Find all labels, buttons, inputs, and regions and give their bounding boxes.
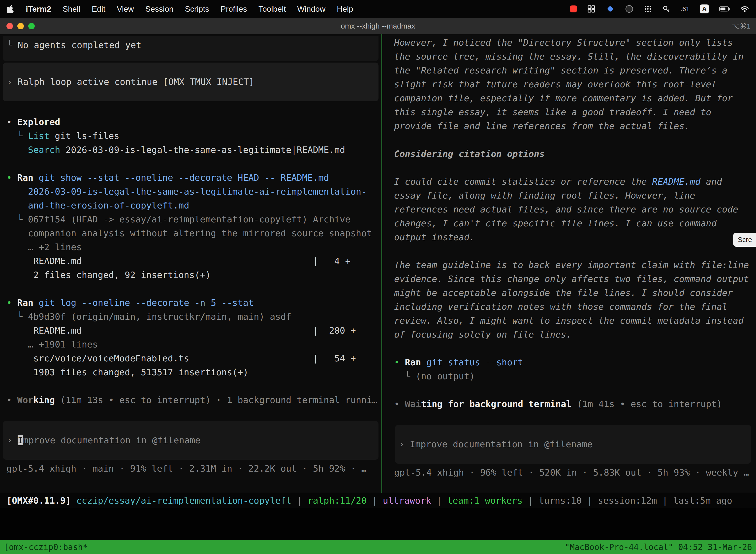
terminal-line: companion file, especially if more comme… <box>394 91 753 105</box>
terminal-line: However, I noticed the "Directory Struct… <box>394 36 753 50</box>
pane-left[interactable]: └ No agents completed yet› Ralph loop ac… <box>0 34 381 493</box>
window-title-bar[interactable]: omx --xhigh --madmax ⌥⌘1 <box>0 18 756 35</box>
terminal-line: I could cite commit statistics or refere… <box>394 175 753 189</box>
terminal-line: slight risk that future readers may over… <box>394 77 753 91</box>
window-shortcut-badge: ⌥⌘1 <box>732 22 756 30</box>
terminal-line: gpt-5.4 xhigh · main · 91% left · 2.31M … <box>6 462 380 476</box>
terminal-line <box>394 341 753 355</box>
terminal-line: essay file, along with finding root file… <box>394 189 753 203</box>
terminal-line: might be acceptable alongside the file l… <box>394 286 753 300</box>
menu-item-edit[interactable]: Edit <box>92 4 106 14</box>
terminal-line: Considering citation options <box>394 147 753 161</box>
terminal-line <box>394 133 753 147</box>
prompt-input[interactable]: › Improve documentation in @filename <box>3 421 378 460</box>
terminal-line: changes, I can't cite specific file line… <box>394 216 753 230</box>
dark-app-icon[interactable] <box>625 5 633 13</box>
omx-status-bar: [OMX#0.11.9] cczip/essay/ai-reimplementa… <box>0 493 756 508</box>
battery-icon[interactable] <box>719 6 730 12</box>
screen-recording-stop-icon[interactable] <box>570 5 577 12</box>
tmux-host-clock: "MacBook-Pro-44.local" 04:52 31-Mar-26 <box>565 542 752 552</box>
menu-item-shell[interactable]: Shell <box>63 4 80 14</box>
prompt-input[interactable]: › Improve documentation in @filename <box>395 425 751 464</box>
terminal: └ No agents completed yet› Ralph loop ac… <box>0 34 756 493</box>
terminal-line: including verification notes with those … <box>394 300 753 314</box>
terminal-block: gpt-5.4 xhigh · main · 91% left · 2.31M … <box>0 460 381 476</box>
terminal-block: gpt-5.4 xhigh · 96% left · 520K in · 5.8… <box>394 464 754 480</box>
terminal-line: 2026-03-09-is-legal-the-same-as-legitima… <box>6 185 380 199</box>
terminal-line: • Explored <box>6 115 380 129</box>
tmux-session-window: [omx-cczip0:bash* <box>4 542 88 552</box>
close-button[interactable] <box>6 23 13 29</box>
terminal-line: of focusing solely on file lines. <box>394 328 753 341</box>
menu-item-view[interactable]: View <box>117 4 134 14</box>
apple-menu-icon[interactable] <box>7 5 14 13</box>
pane-right[interactable]: However, I noticed the "Directory Struct… <box>382 34 756 493</box>
minimize-button[interactable] <box>17 23 24 29</box>
menu-item-scripts[interactable]: Scripts <box>185 4 209 14</box>
menu-item-window[interactable]: Window <box>297 4 325 14</box>
terminal-line: review. Also, I might want to inspect th… <box>394 314 753 328</box>
window-title: omx --xhigh --madmax <box>0 22 756 30</box>
terminal-line: └ 067f154 (HEAD -> essay/ai-reimplementa… <box>6 213 380 226</box>
grid-app-icon[interactable] <box>587 5 595 13</box>
terminal-line: the source tree, missing the essay. Stil… <box>394 50 753 63</box>
terminal-line: the "Related research writing" section i… <box>394 63 753 77</box>
battery-percentage[interactable]: .61 <box>681 5 690 13</box>
terminal-line: provide file and line references from th… <box>394 119 753 133</box>
terminal-line: • Working (11m 13s • esc to interrupt) ·… <box>6 393 380 407</box>
terminal-block: However, I noticed the "Directory Struct… <box>394 36 754 411</box>
terminal-block: › Ralph loop active continue [OMX_TMUX_I… <box>3 63 378 101</box>
terminal-line: └ 4b9d30f (origin/main, instructkr/main,… <box>6 310 380 324</box>
terminal-line: this single essay, it seems like a good … <box>394 105 753 119</box>
terminal-line: gpt-5.4 xhigh · 96% left · 520K in · 5.8… <box>394 466 753 480</box>
terminal-line: • Waiting for background terminal (1m 41… <box>394 397 753 411</box>
zoom-button[interactable] <box>28 23 35 29</box>
terminal-line: 1903 files changed, 513517 insertions(+) <box>6 365 380 379</box>
key-app-icon[interactable] <box>662 5 670 13</box>
terminal-line: • Ran git status --short <box>394 355 753 369</box>
terminal-line: └ (no output) <box>394 369 753 383</box>
menu-item-session[interactable]: Session <box>145 4 174 14</box>
menu-item-profiles[interactable]: Profiles <box>220 4 247 14</box>
screen: iTerm2 Shell Edit View Session Scripts P… <box>0 0 756 554</box>
terminal-line: output instead. <box>394 230 753 244</box>
terminal-line: README.md | 280 + <box>6 324 380 338</box>
menu-item-help[interactable]: Help <box>337 4 353 14</box>
terminal-line <box>6 379 380 393</box>
terminal-line: › Improve documentation in @filename <box>7 433 375 447</box>
menu-item-iterm2[interactable]: iTerm2 <box>26 4 51 14</box>
terminal-line: … +2 lines <box>6 240 380 254</box>
terminal-line: references need actual files, and since … <box>394 203 753 216</box>
terminal-block: • Explored └ List git ls-files Search 20… <box>0 101 381 407</box>
menu-bar-status-icons: .61 A <box>570 4 749 13</box>
terminal-line: … +1901 lines <box>6 338 380 351</box>
terminal-line <box>6 282 380 296</box>
terminal-line <box>394 161 753 175</box>
input-source-indicator[interactable]: A <box>700 4 709 13</box>
menu-item-toolbelt[interactable]: Toolbelt <box>258 4 286 14</box>
terminal-line: • Ran git show --stat --oneline --decora… <box>6 171 380 185</box>
terminal-line: 2 files changed, 92 insertions(+) <box>6 268 380 282</box>
terminal-line <box>394 244 753 258</box>
terminal-line: evidence. Since this change only affects… <box>394 272 753 286</box>
terminal-line: README.md | 4 + <box>6 254 380 268</box>
tmux-status-bar: [omx-cczip0:bash* "MacBook-Pro-44.local"… <box>0 540 756 554</box>
terminal-line <box>6 157 380 171</box>
app-switcher-grid-icon[interactable] <box>644 5 652 13</box>
blue-app-icon[interactable] <box>606 4 615 13</box>
terminal-line: • Ran git log --oneline --decorate -n 5 … <box>6 296 380 310</box>
wifi-icon[interactable] <box>741 6 749 12</box>
screen-share-tooltip[interactable]: Scre <box>733 233 756 247</box>
terminal-line: › Ralph loop active continue [OMX_TMUX_I… <box>7 75 375 89</box>
terminal-line: └ List git ls-files <box>6 129 380 143</box>
terminal-line: The team guideline is to back every impo… <box>394 258 753 272</box>
terminal-line: companion analysis without altering the … <box>6 226 380 240</box>
terminal-line: › Improve documentation in @filename <box>399 437 747 451</box>
traffic-lights <box>0 23 35 29</box>
terminal-line: src/voice/voiceModeEnabled.ts | 54 + <box>6 351 380 365</box>
menu-bar: iTerm2 Shell Edit View Session Scripts P… <box>0 0 756 18</box>
terminal-block: └ No agents completed yet <box>3 36 378 61</box>
terminal-line <box>6 101 380 115</box>
terminal-line: └ No agents completed yet <box>7 38 375 52</box>
terminal-line: and-the-erosion-of-copyleft.md <box>6 199 380 213</box>
